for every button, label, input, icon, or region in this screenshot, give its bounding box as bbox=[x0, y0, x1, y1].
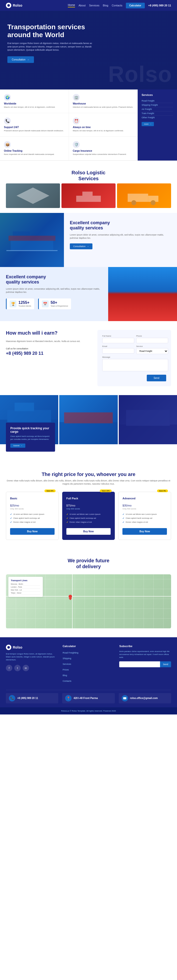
shield-icon: 🛡️ bbox=[73, 141, 80, 148]
calendar-icon: 📅 bbox=[42, 301, 49, 307]
service-link-train[interactable]: Train Freight bbox=[142, 111, 173, 116]
gallery-image-2 bbox=[59, 395, 118, 444]
quality-desc-1: Lorem ipsum dolor sit amet, consectetur … bbox=[70, 233, 171, 240]
feature-tracking-title: Online Tracking bbox=[4, 150, 65, 152]
hero-cta-button[interactable]: Consultation bbox=[7, 56, 34, 63]
full-name-input[interactable] bbox=[102, 338, 134, 343]
nav-link-contacts[interactable]: Contacts bbox=[112, 4, 122, 7]
footer-link-contacts[interactable]: Contacts bbox=[63, 680, 72, 682]
advanced-feature-1: Ut enim ad Minim iam Lorem Ipsum bbox=[123, 512, 167, 516]
services-panel-title: Services bbox=[142, 94, 173, 96]
svg-rect-3 bbox=[128, 194, 148, 202]
footer-email-value: rolso.office@gmail.com bbox=[130, 697, 158, 700]
services-more-button[interactable]: more → bbox=[142, 122, 154, 126]
fullpack-plan-name: Full Pack bbox=[66, 497, 111, 500]
feature-worldwide-desc: Mauris vel duis tempor, elit et et id, i… bbox=[4, 106, 65, 108]
svg-point-0 bbox=[7, 4, 10, 7]
footer-link-blog[interactable]: Blog bbox=[63, 674, 67, 677]
feature-tracking: 📦 Online Tracking Nunc imperdiet est sit… bbox=[0, 137, 69, 160]
advanced-period: Only 500 words bbox=[123, 508, 167, 510]
contact-form: Full Name Phone Email Service Road Freig… bbox=[97, 330, 171, 386]
service-link-road[interactable]: Road Freight bbox=[142, 99, 173, 103]
basic-feature-1: Ut enim ad Minim iam Lorem Ipsum bbox=[10, 512, 54, 516]
message-textarea[interactable] bbox=[102, 359, 168, 371]
consultation-button-1[interactable]: Consultation bbox=[70, 243, 92, 249]
stat-experience-number: 50+ bbox=[51, 301, 68, 305]
quality-image-1 bbox=[0, 213, 64, 267]
linkedin-icon[interactable]: in bbox=[22, 665, 29, 671]
nav-link-services[interactable]: Services bbox=[89, 4, 99, 7]
phone-input[interactable] bbox=[136, 338, 168, 343]
subscribe-form: Send bbox=[119, 661, 171, 667]
service-select[interactable]: Road Freight bbox=[136, 348, 168, 354]
services-panel: Services Road Freight Shipping Freight A… bbox=[138, 89, 177, 161]
footer-link-road[interactable]: Road Freighting bbox=[63, 652, 78, 654]
svg-rect-16 bbox=[119, 424, 177, 444]
stat-experience-label: Years of Experience bbox=[51, 305, 68, 307]
advanced-plan-name: Advanced bbox=[123, 497, 167, 500]
service-link-shipping[interactable]: Shipping Freight bbox=[142, 103, 173, 107]
svg-rect-14 bbox=[59, 422, 118, 444]
email-field: Email bbox=[102, 345, 134, 354]
send-button[interactable]: Send bbox=[147, 375, 166, 381]
calculator-button[interactable]: Calculator bbox=[126, 3, 145, 8]
pricing-desc: Donec vitae nulla turpis nulla dictum, a… bbox=[6, 479, 171, 486]
feature-support-desc: Praesent dictum ipsum blandit malesuada … bbox=[4, 129, 65, 132]
email-input[interactable] bbox=[102, 348, 134, 353]
map-pin-tail bbox=[69, 598, 72, 600]
message-field: Message bbox=[102, 356, 168, 371]
quality-section-1: Excellent company quality services Lorem… bbox=[0, 213, 177, 267]
service-image-plane bbox=[6, 183, 60, 208]
svg-point-6 bbox=[151, 200, 156, 205]
form-call-label: Call us for consultation bbox=[6, 347, 90, 350]
service-field: Service Road Freight bbox=[136, 345, 168, 354]
svg-rect-13 bbox=[14, 402, 34, 411]
hero-content: Transportation services around the World… bbox=[7, 23, 93, 63]
footer: Rolso Erat tempor congue Rolso lorem, ul… bbox=[0, 637, 177, 707]
fullpack-buy-button[interactable]: Buy Now bbox=[66, 528, 111, 535]
gallery-image-3 bbox=[119, 395, 177, 444]
footer-link-prices[interactable]: Prices bbox=[63, 668, 69, 671]
pricing-card-advanced: Save 9% Advanced $35/mo Only 500 words U… bbox=[118, 492, 171, 540]
fullpack-period: Only 900 words bbox=[66, 508, 111, 510]
quality-section-2: Excellent company quality services Lorem… bbox=[0, 267, 177, 321]
stats-row: 🏆 1255+ Trusted clients 📅 50+ Years of E… bbox=[6, 299, 102, 309]
feature-ontime-desc: Mauris vel duis tempor, elit et et id, i… bbox=[73, 129, 134, 132]
clock-icon: ⏰ bbox=[73, 118, 80, 124]
red-ship-visual bbox=[108, 267, 177, 321]
twitter-icon[interactable]: t bbox=[14, 665, 21, 671]
svg-point-5 bbox=[131, 200, 136, 205]
tracking-submit-button[interactable]: Submit bbox=[10, 444, 26, 448]
nav-link-blog[interactable]: Blog bbox=[103, 4, 108, 7]
nav-link-home[interactable]: Home bbox=[68, 3, 75, 7]
footer-link-shipping[interactable]: Shipping bbox=[63, 657, 71, 660]
service-link-other[interactable]: Other Freight bbox=[142, 116, 173, 119]
basic-buy-button[interactable]: Buy Now bbox=[10, 528, 54, 535]
features-strip: 🌍 Worldwide Mauris vel duis tempor, elit… bbox=[0, 89, 177, 161]
feature-insurance-title: Cargo Insurance bbox=[73, 150, 134, 152]
tracking-icon: 📦 bbox=[4, 141, 11, 148]
map-overlay: Transport Lines Moscow - Berlin London -… bbox=[8, 577, 43, 597]
location-icon: 📍 bbox=[65, 695, 72, 702]
footer-link-services[interactable]: Services bbox=[63, 663, 71, 665]
subscribe-button[interactable]: Send bbox=[160, 661, 171, 667]
hero-description: Erat tempor congue Rolso lorem ult digni… bbox=[7, 42, 93, 52]
map-route-4: Tokyo - Seoul bbox=[11, 592, 40, 595]
footer-links: Road Freighting Shipping Services Prices… bbox=[63, 650, 115, 683]
logo: Rolso bbox=[6, 3, 22, 8]
logistic-services-section: Rolso Logistic Services bbox=[0, 161, 177, 208]
footer-phone-value: +8 (495) 989 20 11 bbox=[17, 697, 38, 700]
advanced-buy-button[interactable]: Buy Now bbox=[123, 528, 167, 535]
basic-feature-2: Class aptent taciti sociosqu ad bbox=[10, 516, 54, 520]
feature-ontime: ⏰ Always on time Mauris vel duis tempor,… bbox=[69, 113, 138, 137]
facebook-icon[interactable]: f bbox=[6, 665, 12, 671]
feature-warehouse: 🏢 Warehouse Interdum et malesuada fames … bbox=[69, 89, 138, 113]
nav-link-about[interactable]: About bbox=[78, 4, 86, 7]
fullpack-badge: Save 15% bbox=[100, 490, 112, 492]
service-link-air[interactable]: Air Freight bbox=[142, 107, 173, 111]
subscribe-email-input[interactable] bbox=[119, 661, 160, 667]
footer-social: f t in bbox=[6, 665, 58, 671]
footer-top: Rolso Erat tempor congue Rolso lorem, ul… bbox=[6, 644, 171, 684]
map-pin-head bbox=[69, 595, 72, 598]
footer-logo-icon bbox=[6, 644, 11, 650]
